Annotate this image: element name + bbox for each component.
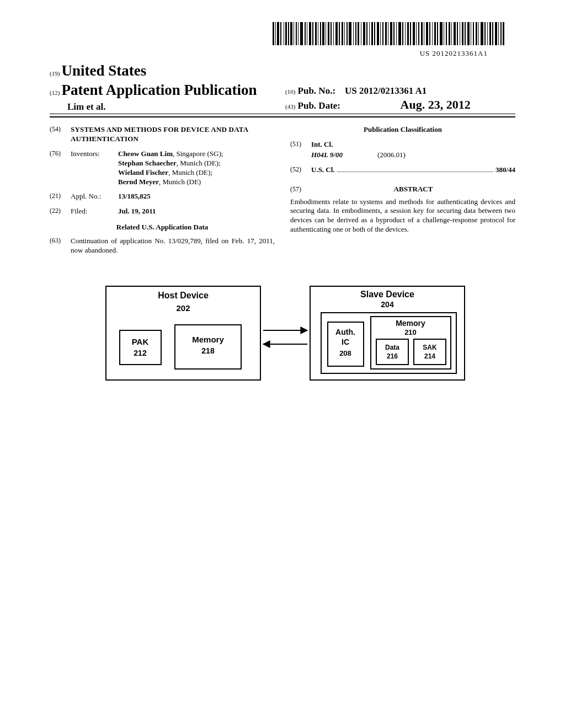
svg-rect-45: [393, 22, 395, 45]
svg-rect-19: [322, 22, 324, 45]
svg-rect-59: [432, 22, 433, 45]
svg-rect-47: [398, 22, 401, 45]
barcode-region: US 20120213361A1: [273, 22, 504, 58]
svg-rect-54: [418, 22, 419, 45]
svg-rect-53: [416, 22, 417, 45]
svg-rect-81: [492, 22, 493, 45]
svg-rect-78: [484, 22, 486, 45]
inventor-name: Stephan Schaecher: [118, 159, 177, 167]
svg-rect-48: [402, 22, 403, 45]
svg-rect-22: [331, 22, 332, 45]
svg-rect-86: [106, 286, 260, 380]
svg-rect-25: [339, 22, 340, 45]
abstract-heading: ABSTRACT: [311, 185, 515, 194]
intcl-code: (51): [290, 140, 311, 149]
svg-rect-39: [377, 22, 379, 45]
data-label: Data: [385, 344, 399, 351]
data-ref: 216: [387, 352, 398, 360]
svg-rect-57: [426, 22, 428, 45]
svg-rect-66: [451, 22, 452, 45]
inventors-label: Inventors:: [71, 149, 118, 187]
authic-l1: Auth.: [335, 328, 355, 336]
svg-rect-10: [298, 22, 299, 45]
svg-rect-65: [449, 22, 450, 45]
slave-ref: 204: [381, 300, 394, 309]
svg-rect-84: [500, 22, 502, 45]
authic-ref: 208: [339, 349, 351, 357]
svg-rect-17: [318, 22, 318, 45]
sak-ref: 214: [424, 352, 435, 360]
figure: Host Device 202 PAK 212 Memory 218 Slave…: [50, 281, 515, 391]
inventor-loc: , Singapore (SG);: [173, 149, 223, 158]
pak-ref: 212: [134, 349, 147, 357]
svg-rect-80: [489, 22, 491, 45]
svg-rect-38: [374, 22, 375, 45]
svg-rect-67: [454, 22, 456, 45]
svg-rect-21: [328, 22, 329, 45]
svg-rect-20: [326, 22, 326, 45]
svg-rect-55: [421, 22, 423, 45]
svg-rect-13: [307, 22, 307, 45]
svg-rect-23: [333, 22, 334, 45]
svg-rect-85: [503, 22, 504, 45]
svg-rect-73: [471, 22, 471, 45]
svg-rect-16: [315, 22, 317, 45]
intcl-symbol: H04L 9/00: [311, 151, 377, 160]
inventor-name: Cheow Guan Lim: [118, 149, 173, 158]
svg-rect-83: [498, 22, 499, 45]
svg-rect-41: [382, 22, 383, 45]
svg-rect-68: [457, 22, 458, 45]
pubno-label: Pub. No.:: [298, 85, 335, 96]
classification-heading: Publication Classification: [290, 125, 515, 135]
inventor-name: Bernd Meyer: [118, 178, 159, 186]
host-mem-ref: 218: [201, 346, 215, 355]
filed-code: (22): [50, 207, 71, 216]
code-43: (43): [285, 103, 295, 110]
svg-rect-61: [437, 22, 438, 45]
uscl-label: U.S. Cl.: [311, 165, 335, 175]
code-10: (10): [285, 88, 295, 95]
pak-label: PAK: [132, 337, 149, 346]
svg-rect-46: [396, 22, 397, 45]
svg-rect-32: [358, 22, 359, 45]
svg-rect-33: [361, 22, 361, 45]
svg-rect-31: [355, 22, 356, 45]
svg-rect-15: [312, 22, 313, 45]
svg-rect-60: [434, 22, 436, 45]
invention-title: SYSTEMS AND METHODS FOR DEVICE AND DATA …: [71, 125, 275, 144]
svg-rect-51: [410, 22, 411, 45]
country: United States: [62, 62, 147, 79]
slave-mem-ref: 210: [404, 328, 417, 336]
svg-rect-14: [309, 22, 311, 45]
uscl-value: 380/44: [495, 165, 515, 175]
svg-rect-56: [424, 22, 424, 45]
appl-code: (21): [50, 192, 71, 201]
svg-rect-64: [446, 22, 447, 45]
svg-rect-1: [275, 22, 276, 45]
abstract-text: Embodiments relate to systems and method…: [290, 197, 515, 235]
svg-rect-44: [390, 22, 392, 45]
svg-rect-4: [284, 22, 284, 45]
svg-rect-58: [429, 22, 430, 45]
slave-mem-label: Memory: [396, 319, 425, 328]
host-title: Host Device: [158, 291, 209, 300]
svg-rect-77: [481, 22, 483, 45]
filed-label: Filed:: [71, 207, 118, 216]
abstract-code: (57): [290, 185, 311, 194]
svg-rect-18: [320, 22, 321, 45]
svg-rect-34: [363, 22, 365, 45]
svg-rect-75: [476, 22, 477, 45]
svg-rect-24: [335, 22, 338, 45]
svg-rect-2: [277, 22, 279, 45]
publication-type: Patent Application Publication: [62, 82, 257, 98]
svg-rect-30: [353, 22, 354, 45]
host-mem-label: Memory: [192, 335, 224, 344]
svg-rect-36: [369, 22, 370, 45]
svg-rect-50: [407, 22, 409, 45]
pubdate-value: Aug. 23, 2012: [401, 98, 471, 111]
svg-rect-69: [460, 22, 460, 45]
svg-rect-63: [444, 22, 444, 45]
svg-rect-9: [296, 22, 297, 45]
related-heading: Related U.S. Application Data: [50, 223, 275, 232]
inventor-loc: , Munich (DE);: [177, 159, 221, 167]
